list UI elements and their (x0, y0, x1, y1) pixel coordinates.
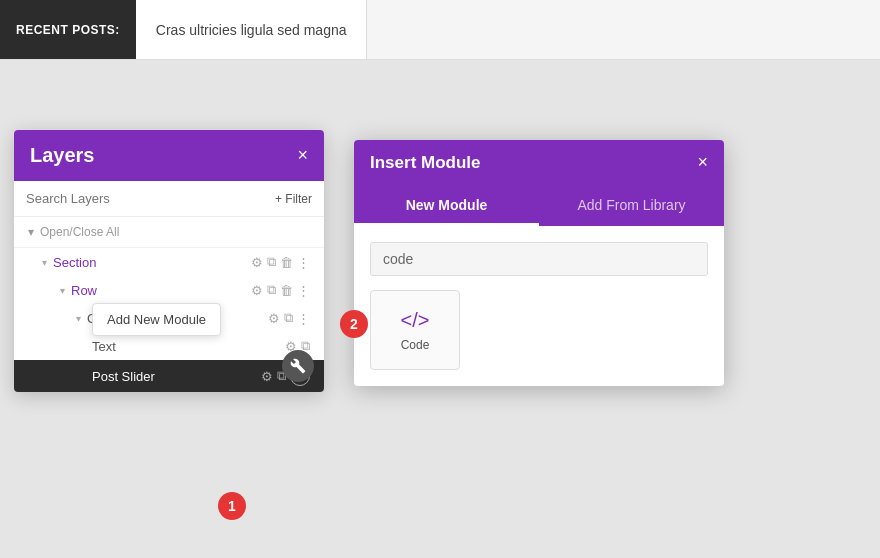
step-badge-2: 2 (340, 310, 368, 338)
section-settings-icon[interactable]: ⚙ (251, 255, 263, 270)
tab-add-from-library[interactable]: Add From Library (539, 185, 724, 226)
row-label: Row (71, 283, 245, 298)
code-label: Code (401, 338, 430, 352)
insert-module-close-button[interactable]: × (697, 152, 708, 173)
column-copy-icon[interactable]: ⧉ (284, 310, 293, 326)
row-copy-icon[interactable]: ⧉ (267, 282, 276, 298)
tree-item-section[interactable]: ▾ Section ⚙ ⧉ 🗑 ⋮ (14, 248, 324, 276)
column-more-icon[interactable]: ⋮ (297, 311, 310, 326)
section-actions: ⚙ ⧉ 🗑 ⋮ (251, 254, 310, 270)
search-module-input[interactable] (370, 242, 708, 276)
add-new-module-tooltip: Add New Module (92, 303, 221, 336)
row-settings-icon[interactable]: ⚙ (251, 283, 263, 298)
post-slider-settings-icon[interactable]: ⚙ (261, 369, 273, 384)
section-more-icon[interactable]: ⋮ (297, 255, 310, 270)
tab-rest (367, 0, 880, 59)
module-card-code[interactable]: </> Code (370, 290, 460, 370)
layers-search-input[interactable] (26, 191, 267, 206)
layers-close-button[interactable]: × (297, 145, 308, 166)
layers-search-row: + Filter (14, 181, 324, 217)
tree-item-text[interactable]: Text ⚙ ⧉ (14, 332, 324, 360)
chevron-icon: ▾ (28, 225, 34, 239)
layers-panel: Layers × + Filter ▾ Open/Close All ▾ Sec… (14, 130, 324, 392)
row-more-icon[interactable]: ⋮ (297, 283, 310, 298)
column-actions: ⚙ ⧉ ⋮ (268, 310, 310, 326)
modules-grid: </> Code (370, 290, 708, 370)
content-area: Layers × + Filter ▾ Open/Close All ▾ Sec… (0, 60, 880, 558)
filter-button[interactable]: + Filter (275, 192, 312, 206)
post-slider-label: Post Slider (92, 369, 255, 384)
section-chevron: ▾ (42, 257, 47, 268)
column-chevron: ▾ (76, 313, 81, 324)
code-icon: </> (401, 309, 430, 332)
wrench-button[interactable] (282, 350, 314, 382)
panel-arrow (527, 140, 551, 141)
tree-item-post-slider[interactable]: Post Slider ⚙ ⧉ + (14, 360, 324, 392)
text-label: Text (92, 339, 279, 354)
tree-item-row[interactable]: ▾ Row ⚙ ⧉ 🗑 ⋮ (14, 276, 324, 304)
wrench-icon (290, 358, 306, 374)
insert-module-body: </> Code (354, 226, 724, 386)
layers-header: Layers × (14, 130, 324, 181)
insert-module-tabs: New Module Add From Library (354, 185, 724, 226)
layers-title: Layers (30, 144, 95, 167)
section-copy-icon[interactable]: ⧉ (267, 254, 276, 270)
step-badge-1: 1 (218, 492, 246, 520)
row-actions: ⚙ ⧉ 🗑 ⋮ (251, 282, 310, 298)
top-bar: RECENT POSTS: Cras ultricies ligula sed … (0, 0, 880, 60)
tab-item[interactable]: Cras ultricies ligula sed magna (136, 0, 368, 59)
open-close-label[interactable]: Open/Close All (40, 225, 119, 239)
insert-module-header: Insert Module × (354, 140, 724, 185)
insert-module-title: Insert Module (370, 153, 481, 173)
section-delete-icon[interactable]: 🗑 (280, 255, 293, 270)
recent-posts-label: RECENT POSTS: (0, 0, 136, 59)
column-settings-icon[interactable]: ⚙ (268, 311, 280, 326)
insert-module-panel: Insert Module × New Module Add From Libr… (354, 140, 724, 386)
row-chevron: ▾ (60, 285, 65, 296)
tab-new-module[interactable]: New Module (354, 185, 539, 226)
open-close-row: ▾ Open/Close All (14, 217, 324, 248)
section-label: Section (53, 255, 245, 270)
row-delete-icon[interactable]: 🗑 (280, 283, 293, 298)
